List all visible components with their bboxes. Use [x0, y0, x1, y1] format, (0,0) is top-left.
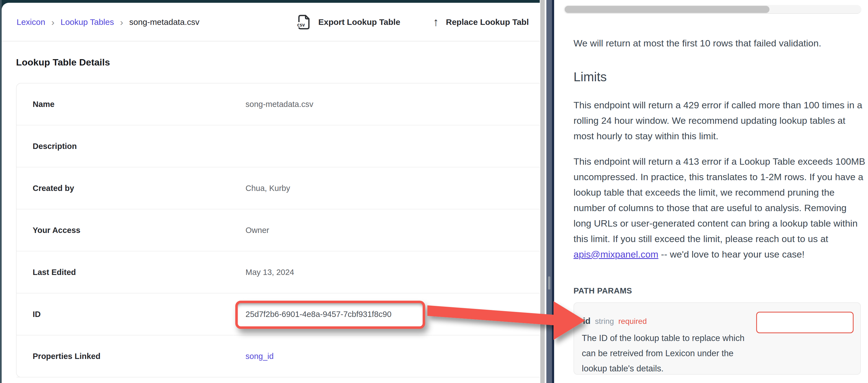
- row-label: Description: [17, 142, 77, 151]
- desktop-top-strip: [0, 0, 540, 3]
- breadcrumb-lexicon[interactable]: Lexicon: [17, 18, 45, 27]
- docs-sidebar-scroll-thumb[interactable]: [548, 276, 550, 289]
- apis-email-link[interactable]: apis@mixpanel.com: [574, 249, 658, 259]
- replace-lookup-table-button[interactable]: ↑ Replace Lookup Tabl: [433, 3, 529, 41]
- horizontal-scrollbar-thumb[interactable]: [565, 6, 770, 13]
- svg-text:csv: csv: [297, 22, 305, 28]
- lexicon-window: Lexicon › Lookup Tables › song-metadata.…: [2, 3, 540, 383]
- table-row-properties-linked: Properties Linked song_id: [17, 336, 540, 378]
- docs-sidebar-edge: [552, 0, 554, 383]
- table-row-name: Name song-metadata.csv: [17, 83, 540, 126]
- param-name: id: [583, 316, 591, 326]
- replace-button-label: Replace Lookup Tabl: [446, 18, 529, 27]
- chevron-right-icon: ›: [51, 17, 54, 28]
- id-param-card: id string required The ID of the lookup …: [574, 302, 861, 375]
- left-window-scrollbar[interactable]: [540, 0, 545, 383]
- intro-paragraph: We will return at most the first 10 rows…: [574, 35, 867, 51]
- limits-413-paragraph: This endpoint will return a 413 error if…: [574, 154, 867, 262]
- upload-arrow-icon: ↑: [433, 16, 439, 28]
- chevron-right-icon: ›: [120, 17, 123, 28]
- table-row-last-edited: Last Edited May 13, 2024: [17, 251, 540, 293]
- limits-413-text-after: -- we'd love to hear your use case!: [658, 249, 805, 259]
- docs-sidebar-sliver: [547, 0, 552, 383]
- row-value: song-metadata.csv: [246, 100, 313, 109]
- limits-413-text: This endpoint will return a 413 error if…: [574, 156, 865, 244]
- table-row-description: Description: [17, 126, 540, 168]
- path-params-label: PATH PARAMS: [574, 286, 632, 295]
- row-value: Chua, Kurby: [246, 184, 290, 193]
- limits-429-paragraph: This endpoint will return a 429 error if…: [574, 97, 867, 144]
- page-title: Lookup Table Details: [16, 57, 110, 68]
- lexicon-header: Lexicon › Lookup Tables › song-metadata.…: [2, 3, 540, 41]
- table-row-your-access: Your Access Owner: [17, 209, 540, 251]
- limits-heading: Limits: [574, 69, 607, 85]
- row-label: ID: [17, 310, 41, 319]
- row-value: May 13, 2024: [246, 268, 294, 277]
- breadcrumb-lookup-tables[interactable]: Lookup Tables: [61, 18, 114, 27]
- breadcrumb-current-file: song-metadata.csv: [129, 18, 199, 27]
- row-label: Properties Linked: [17, 352, 100, 361]
- param-header: id string required: [583, 316, 647, 326]
- export-button-label: Export Lookup Table: [318, 18, 400, 27]
- lookup-table-details-card: Name song-metadata.csv Description Creat…: [16, 83, 540, 378]
- breadcrumb: Lexicon › Lookup Tables › song-metadata.…: [17, 3, 199, 41]
- screenshot-root: Lexicon › Lookup Tables › song-metadata.…: [0, 0, 868, 383]
- id-param-input[interactable]: [756, 312, 854, 333]
- table-row-id: ID 25d7f2b6-6901-4e8a-9457-7cbf931f8c90: [17, 293, 540, 336]
- row-label: Your Access: [17, 226, 80, 235]
- linked-property-link[interactable]: song_id: [246, 352, 274, 361]
- row-value: Owner: [246, 226, 269, 235]
- lookup-table-id-value: 25d7f2b6-6901-4e8a-9457-7cbf931f8c90: [246, 310, 392, 319]
- table-row-created-by: Created by Chua, Kurby: [17, 168, 540, 209]
- export-lookup-table-button[interactable]: csv Export Lookup Table: [297, 3, 400, 41]
- row-label: Last Edited: [17, 268, 76, 277]
- row-label: Created by: [17, 184, 74, 193]
- param-required-badge: required: [618, 317, 647, 326]
- param-type: string: [595, 317, 614, 326]
- row-label: Name: [17, 100, 55, 109]
- param-description: The ID of the lookup table to replace wh…: [582, 330, 745, 376]
- csv-file-icon: csv: [297, 14, 311, 30]
